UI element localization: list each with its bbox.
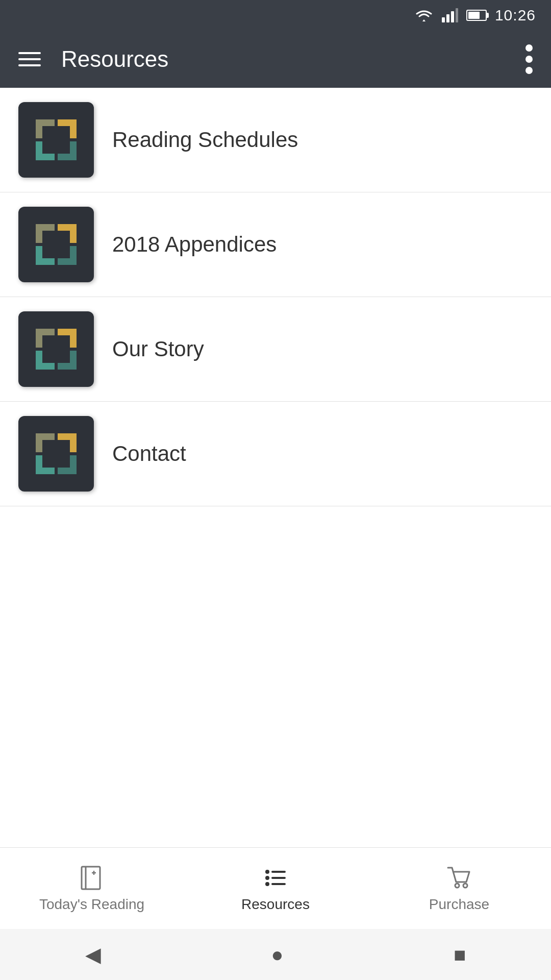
status-time: 10:26 (495, 7, 536, 24)
resource-list: Reading Schedules 2018 Appendices Our St… (0, 88, 551, 506)
page-title: Resources (61, 46, 525, 72)
svg-rect-2 (451, 11, 454, 22)
menu-line-1 (18, 52, 41, 54)
list-icon (262, 865, 289, 891)
svg-point-5 (525, 56, 533, 63)
nav-item-purchase[interactable]: Purchase (367, 865, 551, 913)
bottom-navigation: Today's Reading Resources Purchase (0, 847, 551, 929)
menu-line-3 (18, 64, 41, 66)
svg-point-17 (455, 884, 459, 888)
svg-point-18 (463, 884, 467, 888)
status-icons: 10:26 (414, 7, 536, 24)
svg-point-13 (265, 876, 269, 880)
list-item-2018-appendices[interactable]: 2018 Appendices (0, 192, 551, 297)
appendices-label: 2018 Appendices (112, 232, 277, 257)
svg-point-11 (265, 870, 269, 874)
back-button[interactable]: ◀ (85, 943, 101, 966)
hamburger-menu-button[interactable] (18, 52, 41, 66)
contact-icon (18, 416, 94, 492)
home-button[interactable]: ● (271, 943, 283, 966)
wifi-icon (414, 8, 434, 22)
nav-label-purchase: Purchase (429, 896, 489, 913)
android-nav-bar: ◀ ● ■ (0, 929, 551, 980)
list-item-reading-schedules[interactable]: Reading Schedules (0, 88, 551, 192)
app-bar: Resources (0, 31, 551, 88)
recents-button[interactable]: ■ (454, 943, 466, 966)
svg-point-15 (265, 882, 269, 886)
svg-rect-7 (82, 867, 100, 889)
reading-schedules-label: Reading Schedules (112, 128, 298, 152)
svg-rect-1 (446, 14, 449, 22)
menu-line-2 (18, 58, 41, 60)
list-item-our-story[interactable]: Our Story (0, 297, 551, 402)
status-bar: 10:26 (0, 0, 551, 31)
appendices-icon (18, 207, 94, 282)
our-story-label: Our Story (112, 337, 204, 361)
svg-point-6 (525, 67, 533, 74)
more-options-button[interactable] (525, 44, 533, 75)
cart-icon (446, 865, 472, 891)
nav-item-resources[interactable]: Resources (184, 865, 367, 913)
nav-item-todays-reading[interactable]: Today's Reading (0, 865, 184, 913)
bible-icon (79, 865, 105, 891)
nav-label-todays-reading: Today's Reading (39, 896, 144, 913)
list-item-contact[interactable]: Contact (0, 402, 551, 506)
our-story-icon (18, 311, 94, 387)
nav-label-resources: Resources (241, 896, 310, 913)
battery-icon (466, 10, 487, 21)
contact-label: Contact (112, 442, 186, 466)
svg-rect-3 (456, 8, 458, 22)
reading-schedules-icon (18, 102, 94, 178)
signal-icon (442, 8, 458, 22)
svg-point-4 (525, 44, 533, 52)
svg-rect-0 (442, 17, 445, 22)
